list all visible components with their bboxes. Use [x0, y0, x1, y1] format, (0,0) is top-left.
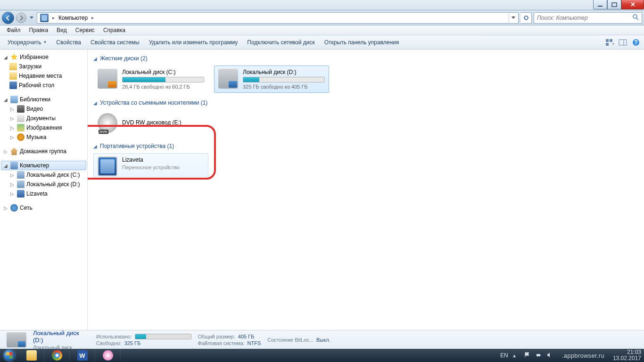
svg-rect-7: [619, 40, 627, 45]
close-button[interactable]: ✕: [621, 0, 644, 9]
svg-rect-5: [610, 39, 612, 42]
menu-tools[interactable]: Сервис: [72, 26, 99, 34]
search-box[interactable]: [534, 12, 642, 24]
menu-view[interactable]: Вид: [53, 26, 71, 34]
svg-point-2: [633, 15, 637, 18]
group-portable[interactable]: ◢Портативные устройства (1): [93, 143, 638, 149]
breadcrumb[interactable]: ▸ Компьютер ▸: [37, 12, 519, 24]
system-tray: EN ▴ .appbrowser.ru 21:03 13.02.2017: [497, 349, 644, 362]
toolbar-organize[interactable]: Упорядочить▼: [3, 37, 51, 48]
network-icon: [10, 204, 18, 212]
view-options-button[interactable]: [604, 37, 615, 48]
bitlocker-label: Состояние BitLoc...: [267, 337, 314, 343]
svg-rect-12: [540, 354, 541, 356]
tray-flag-icon[interactable]: [524, 352, 531, 359]
taskbar-chrome[interactable]: [44, 349, 70, 362]
sidebar-recent[interactable]: Недавние места: [1, 71, 86, 81]
titlebar: ✕: [0, 0, 644, 10]
computer-icon: [10, 162, 18, 169]
tray-date: 13.02.2017: [613, 355, 641, 362]
tray-clock[interactable]: 21:03 13.02.2017: [613, 349, 641, 362]
toolbar-properties[interactable]: Свойства: [51, 37, 86, 48]
sidebar-videos[interactable]: ▷Видео: [1, 104, 86, 114]
start-button[interactable]: [0, 349, 19, 362]
help-button[interactable]: ?: [631, 37, 641, 48]
device-icon: [17, 190, 25, 197]
sidebar-documents[interactable]: ▷Документы: [1, 114, 86, 123]
minimize-button[interactable]: [593, 0, 607, 9]
forward-button[interactable]: [16, 13, 26, 23]
sidebar-music[interactable]: ▷Музыка: [1, 132, 86, 142]
menu-bar: Файл Правка Вид Сервис Справка: [0, 25, 644, 35]
svg-rect-11: [537, 354, 540, 356]
tray-volume-icon[interactable]: [547, 352, 553, 359]
device-name: Lizaveta: [122, 156, 204, 163]
svg-rect-0: [598, 6, 603, 7]
language-indicator[interactable]: EN: [500, 352, 508, 359]
tray-power-icon[interactable]: [536, 352, 542, 359]
usage-bar: [243, 77, 325, 82]
computer-icon: [40, 14, 49, 22]
group-hard-drives[interactable]: ◢Жесткие диски (2): [93, 55, 638, 62]
toolbar-system-properties[interactable]: Свойства системы: [86, 37, 144, 48]
menu-help[interactable]: Справка: [99, 26, 129, 34]
sidebar-drive-c[interactable]: ▷Локальный диск (C:): [1, 170, 86, 180]
toolbar-control-panel[interactable]: Открыть панель управления: [320, 37, 404, 48]
drive-free: 28,4 ГБ свободно из 60,2 ГБ: [122, 84, 204, 90]
taskbar-itunes[interactable]: [95, 349, 121, 362]
menu-edit[interactable]: Правка: [25, 26, 52, 34]
sidebar-pictures[interactable]: ▷Изображения: [1, 123, 86, 132]
sidebar-desktop[interactable]: Рабочий стол: [1, 81, 86, 90]
taskbar-explorer[interactable]: [19, 349, 44, 362]
preview-pane-button[interactable]: [618, 37, 628, 48]
sidebar-network[interactable]: ▷Сеть: [1, 203, 86, 213]
device-type: Переносное устройство: [122, 165, 204, 170]
drive-name: DVD RW дисковод (E:): [122, 119, 182, 126]
back-button[interactable]: [2, 12, 14, 24]
history-dropdown[interactable]: [28, 13, 35, 23]
drive-icon: [98, 69, 117, 89]
library-icon: [10, 96, 18, 103]
star-icon: [10, 53, 18, 61]
sidebar-downloads[interactable]: Загрузки: [1, 62, 86, 71]
taskbar-word[interactable]: W: [70, 349, 95, 362]
svg-rect-1: [612, 3, 617, 7]
sidebar-lizaveta[interactable]: ▷Lizaveta: [1, 189, 86, 198]
svg-rect-6: [606, 43, 609, 46]
refresh-button[interactable]: [520, 12, 532, 24]
portable-device-lizaveta[interactable]: Lizaveta Переносное устройство: [93, 153, 208, 180]
sidebar-computer[interactable]: ◢Компьютер: [1, 161, 86, 170]
toolbar-uninstall[interactable]: Удалить или изменить программу: [144, 37, 243, 48]
sidebar-libraries[interactable]: ◢Библиотеки: [1, 95, 86, 104]
drive-dvd[interactable]: DVD RW дисковод (E:): [93, 110, 208, 136]
tray-show-hidden-icon[interactable]: ▴: [513, 352, 520, 359]
drive-d[interactable]: Локальный диск (D:) 325 ГБ свободно из 4…: [214, 66, 329, 93]
maximize-button[interactable]: [607, 0, 621, 9]
search-input[interactable]: [537, 15, 632, 21]
group-removable[interactable]: ◢Устройства со съемными носителями (1): [93, 99, 638, 106]
chevron-down-icon: ▼: [43, 40, 47, 44]
collapse-icon: ◢: [93, 144, 97, 149]
details-pane: Локальный диск (D:) Локальный диск Испол…: [0, 330, 644, 349]
chevron-right-icon[interactable]: ▸: [50, 15, 57, 20]
usage-bar: [135, 334, 191, 339]
menu-file[interactable]: Файл: [3, 26, 25, 34]
portable-device-icon: [98, 156, 117, 176]
svg-line-3: [636, 18, 638, 20]
svg-text:?: ?: [634, 39, 637, 46]
sidebar-homegroup[interactable]: ▷Домашняя группа: [1, 147, 86, 156]
sidebar-favorites[interactable]: ◢Избранное: [1, 52, 86, 62]
collapse-icon: ◢: [93, 56, 97, 61]
search-icon[interactable]: [632, 14, 639, 22]
collapse-icon: ◢: [93, 100, 97, 106]
toolbar-map-drive[interactable]: Подключить сетевой диск: [242, 37, 319, 48]
chevron-right-icon[interactable]: ▸: [90, 15, 96, 20]
drive-icon: [17, 171, 25, 179]
sidebar-drive-d[interactable]: ▷Локальный диск (D:): [1, 180, 86, 189]
free-value: 325 ГБ: [124, 340, 141, 346]
navigation-pane: ◢Избранное Загрузки Недавние места Рабоч…: [0, 49, 88, 330]
breadcrumb-dropdown[interactable]: [509, 13, 517, 23]
drive-c[interactable]: Локальный диск (C:) 28,4 ГБ свободно из …: [93, 66, 208, 93]
used-label: Использовано:: [96, 334, 132, 339]
breadcrumb-computer[interactable]: Компьютер: [57, 15, 90, 21]
